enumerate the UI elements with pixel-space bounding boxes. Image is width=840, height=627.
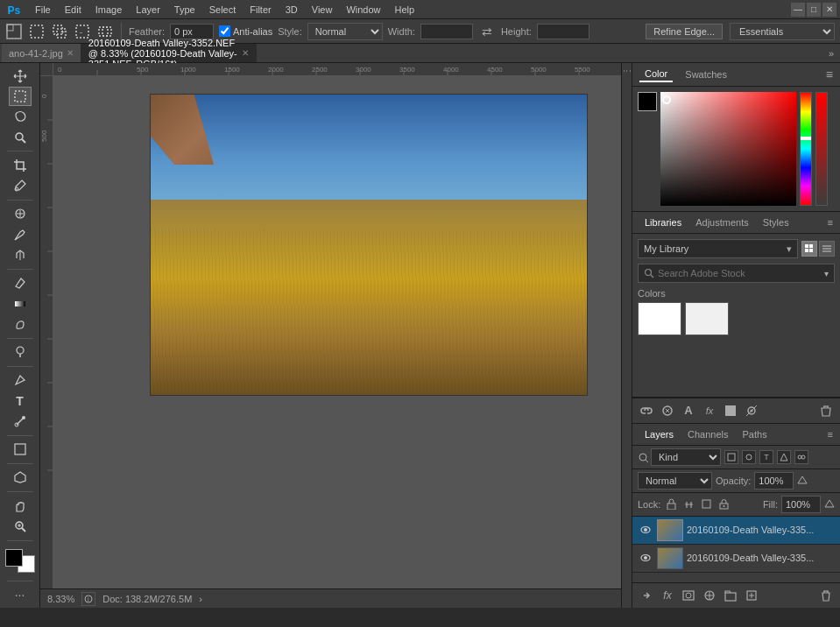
- foreground-color-swatch[interactable]: [638, 92, 657, 111]
- height-input[interactable]: [537, 24, 589, 39]
- status-info-icon[interactable]: i: [81, 592, 95, 606]
- hue-slider[interactable]: [800, 92, 812, 206]
- layer-effect-button[interactable]: [659, 402, 676, 419]
- layer-visibility-button[interactable]: [743, 402, 760, 419]
- blur-tool[interactable]: [9, 314, 32, 333]
- close-button[interactable]: ✕: [822, 3, 836, 17]
- color-swatch-1[interactable]: [638, 302, 681, 335]
- filter-shape-icon[interactable]: [777, 450, 791, 464]
- layer-fill-button[interactable]: [722, 402, 739, 419]
- heal-tool[interactable]: [9, 205, 32, 223]
- tab-0-close[interactable]: ✕: [67, 48, 74, 58]
- tab-0[interactable]: ano-41-2.jpg ✕: [2, 44, 81, 62]
- tab-adjustments[interactable]: Adjustments: [690, 215, 754, 229]
- lasso-tool[interactable]: [9, 108, 32, 126]
- library-dropdown[interactable]: My Library ▾: [638, 239, 798, 258]
- layers-panel-menu[interactable]: ≡: [828, 429, 833, 440]
- libraries-panel-menu[interactable]: ≡: [828, 217, 833, 228]
- 3d-tool[interactable]: [9, 468, 32, 487]
- menu-filter[interactable]: Filter: [243, 3, 278, 17]
- dodge-tool[interactable]: [9, 343, 32, 362]
- more-tools-button[interactable]: ···: [9, 586, 32, 604]
- layers-group-button[interactable]: [722, 587, 739, 604]
- menu-edit[interactable]: Edit: [58, 3, 88, 17]
- layers-fx-button[interactable]: fx: [659, 587, 676, 604]
- layer-row-0[interactable]: 20160109-Death Valley-335...: [632, 517, 840, 545]
- filter-adjust-icon[interactable]: [742, 450, 756, 464]
- hand-tool[interactable]: [9, 497, 32, 515]
- lock-artboard-icon[interactable]: [699, 497, 713, 511]
- text-tool[interactable]: T: [9, 391, 32, 410]
- color-swatch-2[interactable]: [685, 302, 729, 335]
- path-select-tool[interactable]: [9, 412, 32, 430]
- menu-view[interactable]: View: [305, 3, 340, 17]
- color-gradient-picker[interactable]: [660, 92, 796, 206]
- menu-select[interactable]: Select: [202, 3, 244, 17]
- opacity-input[interactable]: [754, 472, 794, 490]
- essentials-select[interactable]: Essentials: [730, 23, 835, 40]
- layers-delete-button[interactable]: [817, 587, 835, 604]
- layers-mask-button[interactable]: [680, 587, 697, 604]
- gradient-tool[interactable]: [9, 294, 32, 313]
- refine-edge-button[interactable]: Refine Edge...: [646, 24, 723, 39]
- layer-1-visibility[interactable]: [638, 550, 653, 566]
- library-search-input[interactable]: [658, 268, 824, 278]
- lib-grid-view-button[interactable]: [801, 241, 817, 257]
- eraser-tool[interactable]: [9, 274, 32, 292]
- layer-text-button[interactable]: A: [680, 402, 697, 419]
- tab-1[interactable]: 20160109-Death Valley-3352.NEF @ 8.33% (…: [81, 44, 257, 62]
- filter-smart-icon[interactable]: [794, 450, 808, 464]
- layer-fx-button[interactable]: fx: [701, 402, 718, 419]
- layer-link-button[interactable]: [638, 402, 655, 419]
- menu-image[interactable]: Image: [88, 3, 130, 17]
- layer-delete-button[interactable]: [817, 402, 835, 419]
- tab-overflow-button[interactable]: »: [822, 44, 840, 62]
- minimize-button[interactable]: —: [791, 3, 805, 17]
- tab-styles[interactable]: Styles: [758, 215, 794, 229]
- tab-layers[interactable]: Layers: [639, 427, 679, 441]
- shape-tool[interactable]: [9, 440, 32, 459]
- zoom-tool[interactable]: [9, 517, 32, 535]
- canvas-viewport[interactable]: [53, 76, 621, 588]
- layer-0-visibility[interactable]: [638, 522, 653, 538]
- tab-channels[interactable]: Channels: [682, 427, 733, 441]
- new-selection-icon[interactable]: [28, 23, 46, 40]
- kind-select[interactable]: Kind: [651, 448, 721, 466]
- anti-alias-checkbox[interactable]: Anti-alias: [219, 25, 272, 37]
- library-search-arrow[interactable]: ▾: [824, 269, 829, 278]
- tab-swatches[interactable]: Swatches: [680, 67, 732, 81]
- layers-new-button[interactable]: [743, 587, 760, 604]
- eyedropper-tool[interactable]: [9, 177, 32, 195]
- tab-color[interactable]: Color: [639, 67, 673, 82]
- tab-libraries[interactable]: Libraries: [639, 215, 687, 229]
- maximize-button[interactable]: □: [807, 3, 821, 17]
- add-selection-icon[interactable]: +: [51, 23, 68, 40]
- quick-select-tool[interactable]: [9, 128, 32, 146]
- menu-layer[interactable]: Layer: [129, 3, 167, 17]
- move-tool[interactable]: [9, 67, 32, 85]
- width-input[interactable]: [420, 24, 473, 39]
- status-arrow[interactable]: ›: [199, 594, 202, 604]
- menu-help[interactable]: Help: [388, 3, 422, 17]
- menu-file[interactable]: File: [28, 3, 58, 17]
- foreground-color-box[interactable]: [5, 549, 23, 567]
- clone-stamp-tool[interactable]: [9, 246, 32, 264]
- lock-position-icon[interactable]: [681, 497, 695, 511]
- alpha-slider[interactable]: [815, 92, 828, 206]
- panel-collapse-strip[interactable]: ⋮: [621, 63, 632, 608]
- swap-icon[interactable]: ⇄: [478, 23, 496, 40]
- layers-adjustment-button[interactable]: [701, 587, 718, 604]
- filter-text-icon[interactable]: T: [759, 450, 773, 464]
- layer-row-1[interactable]: 20160109-Death Valley-335...: [632, 545, 840, 573]
- menu-window[interactable]: Window: [339, 3, 387, 17]
- tab-paths[interactable]: Paths: [738, 427, 773, 441]
- menu-3d[interactable]: 3D: [279, 3, 305, 17]
- layers-link-button[interactable]: [638, 587, 655, 604]
- filter-pixel-icon[interactable]: [724, 450, 738, 464]
- fill-input[interactable]: [781, 496, 821, 513]
- blend-mode-select[interactable]: Normal: [638, 472, 712, 490]
- menu-type[interactable]: Type: [167, 3, 202, 17]
- lock-all-icon[interactable]: [716, 497, 731, 511]
- pen-tool[interactable]: [9, 371, 32, 390]
- color-panel-menu[interactable]: ≡: [826, 67, 833, 81]
